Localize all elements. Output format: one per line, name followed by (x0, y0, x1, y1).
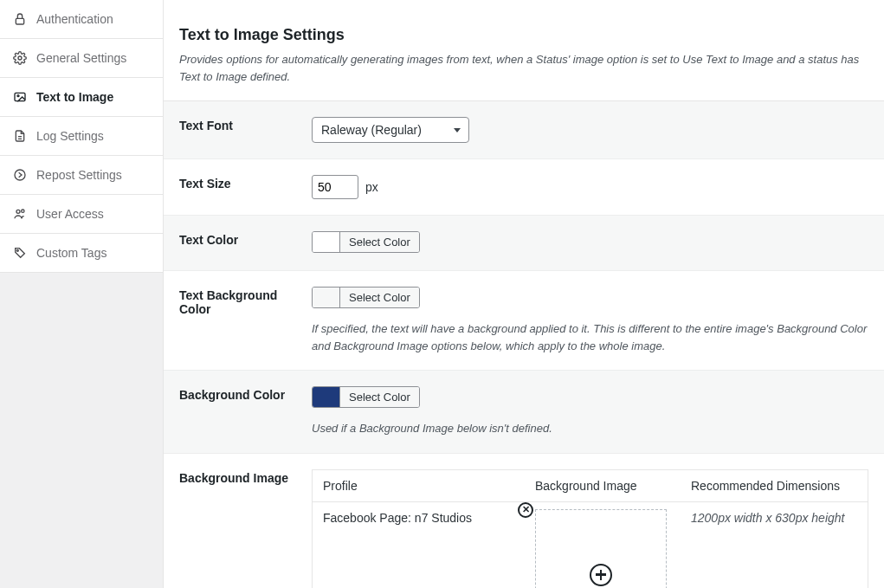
arrow-circle-icon (12, 167, 28, 183)
settings-panel: Text to Image Settings Provides options … (163, 0, 884, 588)
sidebar-item-text-to-image[interactable]: Text to Image (0, 78, 163, 117)
select-color-button[interactable]: Select Color (340, 232, 419, 252)
sidebar-item-repost[interactable]: Repost Settings (0, 156, 163, 195)
sidebar-item-authentication[interactable]: Authentication (0, 0, 163, 39)
field-label: Background Image (179, 469, 305, 485)
panel-header: Text to Image Settings Provides options … (164, 0, 884, 101)
col-header-profile: Profile (313, 470, 525, 501)
text-color-picker[interactable]: Select Color (312, 231, 420, 253)
row-text-bg-color: Text Background Color Select Color If sp… (164, 271, 884, 371)
gear-icon (12, 50, 28, 66)
svg-point-1 (18, 56, 22, 60)
row-text-font: Text Font Raleway (Regular) (164, 101, 884, 159)
bg-image-table: Profile Background Image Recommended Dim… (312, 469, 868, 589)
sidebar-item-log[interactable]: Log Settings (0, 117, 163, 156)
cell-dimensions: 1200px width x 630px height (681, 502, 868, 589)
field-label: Text Background Color (179, 287, 305, 316)
sidebar-item-custom-tags[interactable]: Custom Tags (0, 234, 163, 273)
users-icon (12, 206, 28, 222)
panel-title: Text to Image Settings (179, 26, 868, 44)
sidebar-item-label: Log Settings (36, 129, 104, 143)
color-swatch (313, 387, 340, 407)
table-header: Profile Background Image Recommended Dim… (313, 470, 868, 502)
row-text-color: Text Color Select Color (164, 216, 884, 271)
cell-profile: Facebook Page: n7 Studios (313, 502, 525, 589)
field-helper: Used if a Background Image below isn't d… (312, 420, 868, 437)
field-label: Text Color (179, 231, 305, 247)
document-icon (12, 128, 28, 144)
col-header-dimensions: Recommended Dimensions (681, 470, 868, 501)
text-size-input[interactable] (312, 175, 358, 199)
panel-description: Provides options for automatically gener… (179, 51, 868, 85)
svg-point-3 (17, 95, 19, 97)
cell-image: ✕ (525, 502, 681, 589)
col-header-image: Background Image (525, 470, 681, 501)
color-swatch (313, 232, 340, 252)
remove-image-button[interactable]: ✕ (518, 502, 533, 518)
row-bg-color: Background Color Select Color Used if a … (164, 371, 884, 454)
svg-rect-0 (16, 18, 23, 24)
text-bg-color-picker[interactable]: Select Color (312, 287, 420, 308)
field-label: Text Font (179, 117, 305, 132)
sidebar-item-label: User Access (36, 207, 104, 221)
table-row: Facebook Page: n7 Studios ✕ 1200px width… (313, 502, 868, 589)
field-helper: If specified, the text will have a backg… (312, 320, 868, 354)
select-color-button[interactable]: Select Color (340, 387, 419, 407)
sidebar-item-label: Custom Tags (36, 246, 106, 260)
svg-point-6 (22, 210, 24, 212)
image-upload-dropzone[interactable] (535, 509, 667, 589)
sidebar-item-label: Authentication (36, 12, 113, 26)
settings-sidebar: Authentication General Settings Text to … (0, 0, 163, 588)
plus-icon (590, 564, 612, 586)
sidebar-item-user-access[interactable]: User Access (0, 195, 163, 234)
sidebar-item-label: Text to Image (36, 90, 113, 104)
image-icon (12, 89, 28, 105)
tag-icon (12, 245, 28, 261)
row-bg-image: Background Image Profile Background Imag… (164, 454, 884, 589)
sidebar-item-label: General Settings (36, 51, 126, 65)
sidebar-item-label: Repost Settings (36, 168, 122, 182)
row-text-size: Text Size px (164, 159, 884, 216)
field-label: Text Size (179, 175, 305, 191)
select-color-button[interactable]: Select Color (340, 288, 419, 307)
svg-point-5 (16, 210, 20, 213)
sidebar-item-general[interactable]: General Settings (0, 39, 163, 78)
svg-point-4 (15, 170, 25, 180)
color-swatch (313, 288, 340, 307)
bg-color-picker[interactable]: Select Color (312, 386, 420, 408)
unit-label: px (365, 180, 378, 194)
field-label: Background Color (179, 386, 305, 402)
text-font-select[interactable]: Raleway (Regular) (312, 117, 469, 143)
lock-icon (12, 11, 28, 27)
svg-point-7 (16, 249, 18, 251)
